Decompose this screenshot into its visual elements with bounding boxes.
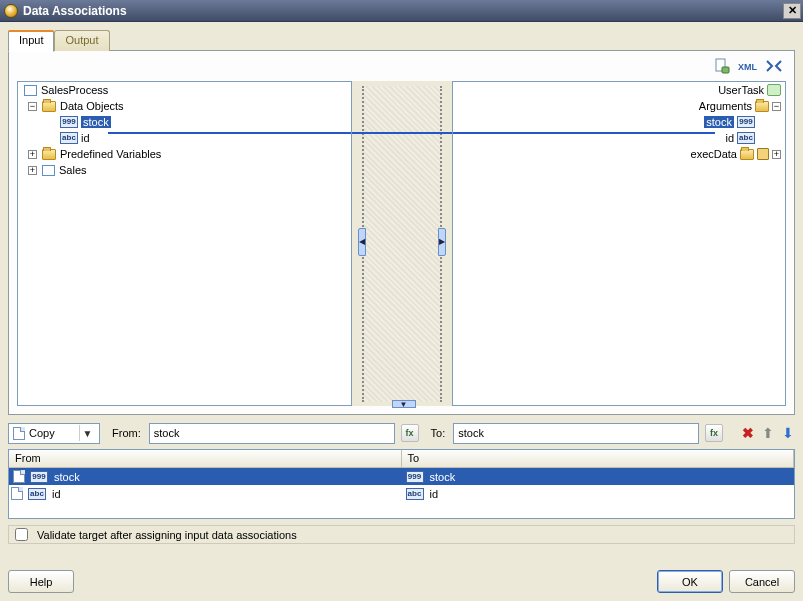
tree-node-data-objects[interactable]: − Data Objects	[18, 98, 351, 114]
number-type-icon: 999	[737, 116, 755, 128]
content-area: Input Output XML SalesProcess −	[0, 22, 803, 601]
delete-mapping-button[interactable]: ✖	[741, 426, 755, 440]
grid-row[interactable]: abc id abc id	[9, 485, 794, 502]
ok-button[interactable]: OK	[657, 570, 723, 593]
folder-icon	[755, 101, 769, 112]
root-label: SalesProcess	[41, 84, 108, 96]
node-label: Data Objects	[60, 100, 124, 112]
folder-icon	[42, 149, 56, 160]
string-type-icon: abc	[28, 488, 46, 500]
cell-text: id	[430, 488, 439, 500]
mapping-line	[452, 132, 716, 134]
cell-to: 999 stock	[402, 471, 793, 483]
col-to[interactable]: To	[402, 450, 795, 467]
splitter-zone: ◀ ▶ ▼	[352, 81, 452, 406]
string-type-icon: abc	[737, 132, 755, 144]
cell-from: 999 stock	[11, 470, 402, 483]
leaf-label: stock	[704, 116, 734, 128]
mapping-panel: XML SalesProcess − Data Objects 999	[8, 50, 795, 415]
mode-label: Copy	[29, 427, 55, 439]
cell-text: stock	[430, 471, 456, 483]
number-type-icon: 999	[60, 116, 78, 128]
close-button[interactable]: ✕	[783, 3, 801, 19]
collapse-icon[interactable]: −	[772, 102, 781, 111]
tree-node-arguments[interactable]: Arguments −	[453, 98, 786, 114]
mapping-edit-row: Copy ▼ From: fx To: fx ✖ ⬆ ⬇	[8, 421, 795, 445]
mapping-line	[108, 132, 352, 134]
usertask-icon	[767, 84, 781, 96]
tree-root[interactable]: UserTask	[453, 82, 786, 98]
row-icon	[11, 487, 23, 500]
to-expression-builder-button[interactable]: fx	[705, 424, 723, 442]
tab-output[interactable]: Output	[54, 30, 109, 51]
to-input[interactable]	[453, 423, 699, 444]
mapping-mode-dropdown[interactable]: Copy ▼	[8, 423, 100, 444]
mapping-line	[352, 132, 452, 134]
window-title: Data Associations	[23, 4, 783, 18]
cell-from: abc id	[9, 487, 402, 500]
help-button[interactable]: Help	[8, 570, 74, 593]
tree-node-execdata[interactable]: execData +	[453, 146, 786, 162]
node-label: execData	[691, 148, 737, 160]
panel-toolbar: XML	[712, 57, 784, 75]
number-type-icon: 999	[30, 471, 48, 483]
mappings-grid: From To 999 stock 999 stock abc id abc i…	[8, 449, 795, 519]
button-bar: Help OK Cancel	[8, 560, 795, 593]
source-tree[interactable]: SalesProcess − Data Objects 999 stock ab…	[17, 81, 352, 406]
col-from[interactable]: From	[9, 450, 402, 467]
chevron-down-icon: ▼	[79, 425, 95, 441]
from-input[interactable]	[149, 423, 395, 444]
validate-checkbox[interactable]	[15, 528, 28, 541]
cell-text: id	[52, 488, 61, 500]
row-icon	[13, 470, 25, 483]
from-label: From:	[106, 427, 143, 439]
tab-input[interactable]: Input	[8, 30, 54, 52]
collapse-icon[interactable]: −	[28, 102, 37, 111]
title-bar: Data Associations ✕	[0, 0, 803, 22]
move-up-button[interactable]: ⬆	[761, 426, 775, 440]
process-icon	[42, 165, 55, 176]
folder-icon	[42, 101, 56, 112]
expand-icon[interactable]: +	[28, 150, 37, 159]
tree-node-predefined[interactable]: + Predefined Variables	[18, 146, 351, 162]
copy-icon	[13, 427, 25, 440]
app-icon	[4, 4, 18, 18]
node-label: Sales	[59, 164, 87, 176]
tree-root[interactable]: SalesProcess	[18, 82, 351, 98]
expand-icon[interactable]: +	[28, 166, 37, 175]
cancel-button[interactable]: Cancel	[729, 570, 795, 593]
string-type-icon: abc	[406, 488, 424, 500]
to-label: To:	[425, 427, 448, 439]
from-expression-builder-button[interactable]: fx	[401, 424, 419, 442]
svg-text:XML: XML	[738, 62, 758, 72]
process-icon	[24, 85, 37, 96]
node-label: Predefined Variables	[60, 148, 161, 160]
automap-icon[interactable]	[764, 57, 784, 75]
tab-strip: Input Output	[8, 30, 795, 51]
collapse-left-handle[interactable]: ◀	[358, 228, 366, 256]
tree-node-sales[interactable]: + Sales	[18, 162, 351, 178]
node-label: Arguments	[699, 100, 752, 112]
xml-icon[interactable]: XML	[738, 57, 758, 75]
svg-rect-1	[722, 67, 729, 73]
leaf-label: id	[81, 132, 90, 144]
validate-label: Validate target after assigning input da…	[37, 529, 297, 541]
leaf-label: stock	[81, 116, 111, 128]
grid-row[interactable]: 999 stock 999 stock	[9, 468, 794, 485]
grid-header: From To	[9, 450, 794, 468]
db-expression-icon[interactable]	[712, 57, 732, 75]
move-down-button[interactable]: ⬇	[781, 426, 795, 440]
tree-leaf-stock[interactable]: 999 stock	[18, 114, 351, 130]
target-tree[interactable]: UserTask Arguments − stock 999 id abc	[452, 81, 787, 406]
collapse-bottom-handle[interactable]: ▼	[392, 400, 416, 408]
string-type-icon: abc	[60, 132, 78, 144]
lock-icon	[757, 148, 769, 160]
root-label: UserTask	[718, 84, 764, 96]
leaf-label: id	[725, 132, 734, 144]
trees-container: SalesProcess − Data Objects 999 stock ab…	[17, 81, 786, 406]
expand-icon[interactable]: +	[772, 150, 781, 159]
tree-leaf-stock[interactable]: stock 999	[453, 114, 786, 130]
collapse-right-handle[interactable]: ▶	[438, 228, 446, 256]
cell-to: abc id	[402, 488, 795, 500]
validate-row: Validate target after assigning input da…	[8, 525, 795, 544]
